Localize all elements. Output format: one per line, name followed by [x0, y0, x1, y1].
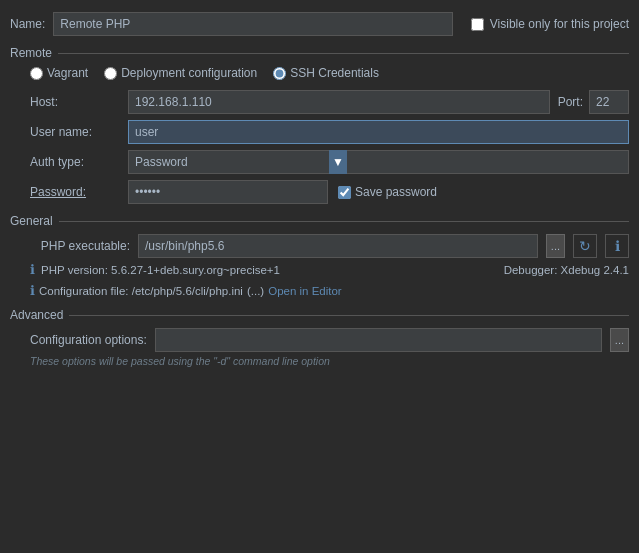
host-label: Host: — [30, 95, 120, 109]
password-label: Password: — [30, 185, 120, 199]
php-version-icon: ℹ — [30, 262, 35, 277]
php-exe-label: PHP executable: — [30, 239, 130, 253]
radio-group: Vagrant Deployment configuration SSH Cre… — [30, 66, 629, 80]
config-file-icon: ℹ — [30, 283, 35, 298]
auth-type-select[interactable]: Password Key pair (OpenSSH or PuTTY) Ope… — [129, 151, 329, 173]
config-options-row: Configuration options: ... — [30, 328, 629, 352]
php-exe-dots-button[interactable]: ... — [546, 234, 565, 258]
save-password-checkbox[interactable] — [338, 186, 351, 199]
general-section-label: General — [10, 214, 629, 228]
radio-vagrant-input[interactable] — [30, 67, 43, 80]
php-exe-refresh-button[interactable]: ↻ — [573, 234, 597, 258]
radio-vagrant[interactable]: Vagrant — [30, 66, 88, 80]
port-label: Port: — [558, 95, 583, 109]
remote-section: Remote Vagrant Deployment configuration … — [10, 46, 629, 204]
save-password-label[interactable]: Save password — [338, 185, 437, 199]
php-version-row: ℹ PHP version: 5.6.27-1+deb.sury.org~pre… — [30, 262, 629, 277]
save-password-text: Save password — [355, 185, 437, 199]
name-row: Name: Visible only for this project — [10, 8, 629, 36]
radio-ssh-input[interactable] — [273, 67, 286, 80]
radio-deployment[interactable]: Deployment configuration — [104, 66, 257, 80]
host-row: Port: — [128, 90, 629, 114]
radio-deployment-label: Deployment configuration — [121, 66, 257, 80]
php-exe-row: PHP executable: ... ↻ ℹ — [30, 234, 629, 258]
remote-section-label: Remote — [10, 46, 629, 60]
port-wrap: Port: — [558, 90, 629, 114]
radio-ssh-label: SSH Credentials — [290, 66, 379, 80]
config-options-input[interactable] — [155, 328, 602, 352]
php-exe-info-button[interactable]: ℹ — [605, 234, 629, 258]
advanced-section: Advanced Configuration options: ... Thes… — [10, 308, 629, 367]
visible-checkbox-area: Visible only for this project — [471, 17, 629, 31]
config-file-row: ℹ Configuration file: /etc/php/5.6/cli/p… — [30, 283, 629, 298]
password-input[interactable] — [128, 180, 328, 204]
php-exe-input[interactable] — [138, 234, 538, 258]
auth-type-select-wrap: Password Key pair (OpenSSH or PuTTY) Ope… — [128, 150, 629, 174]
auth-type-dropdown-arrow[interactable]: ▼ — [329, 150, 347, 174]
visible-only-checkbox[interactable] — [471, 18, 484, 31]
php-version-text: PHP version: 5.6.27-1+deb.sury.org~preci… — [41, 264, 280, 276]
php-version-left: ℹ PHP version: 5.6.27-1+deb.sury.org~pre… — [30, 262, 280, 277]
username-input[interactable] — [128, 120, 629, 144]
name-input[interactable] — [53, 12, 452, 36]
username-label: User name: — [30, 125, 120, 139]
password-input-wrap — [128, 180, 328, 204]
hint-text: These options will be passed using the "… — [30, 355, 629, 367]
host-form-grid: Host: Port: User name: Auth type: Passwo… — [30, 90, 629, 204]
open-in-editor-link[interactable]: Open in Editor — [268, 285, 342, 297]
host-input[interactable] — [128, 90, 550, 114]
config-options-label: Configuration options: — [30, 333, 147, 347]
debugger-text: Debugger: Xdebug 2.4.1 — [504, 264, 629, 276]
radio-deployment-input[interactable] — [104, 67, 117, 80]
host-input-wrap — [128, 90, 550, 114]
visible-only-label: Visible only for this project — [490, 17, 629, 31]
advanced-section-label: Advanced — [10, 308, 629, 322]
config-dots: (...) — [247, 285, 264, 297]
config-options-dots-button[interactable]: ... — [610, 328, 629, 352]
name-label: Name: — [10, 17, 45, 31]
radio-vagrant-label: Vagrant — [47, 66, 88, 80]
password-row: Save password — [128, 180, 629, 204]
auth-type-label: Auth type: — [30, 155, 120, 169]
main-container: Name: Visible only for this project Remo… — [0, 0, 639, 553]
config-file-text: Configuration file: /etc/php/5.6/cli/php… — [39, 285, 243, 297]
port-input[interactable] — [589, 90, 629, 114]
radio-ssh[interactable]: SSH Credentials — [273, 66, 379, 80]
general-section: General PHP executable: ... ↻ ℹ ℹ PHP ve… — [10, 214, 629, 298]
